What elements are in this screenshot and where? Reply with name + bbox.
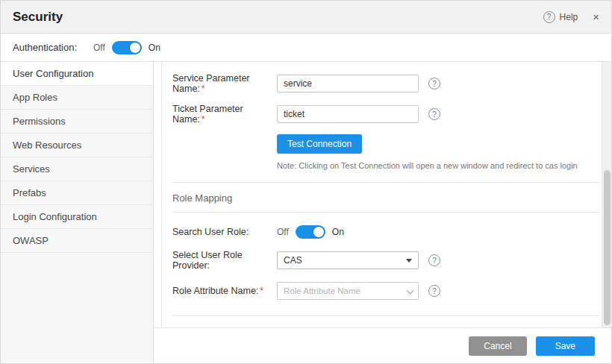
role-attribute-label: Role Attribute Name:* (172, 286, 277, 296)
help-label: Help (560, 12, 578, 22)
dialog-header: Security ? Help × (1, 1, 611, 34)
sidebar-item-web-resources[interactable]: Web Resources (1, 134, 153, 157)
help-button[interactable]: ? Help (543, 11, 578, 23)
search-user-role-on-label: On (332, 227, 344, 237)
service-parameter-row: Service Parameter Name:* ? (172, 73, 599, 94)
sidebar: User Configuration App Roles Permissions… (1, 62, 154, 363)
toggle-knob (313, 227, 324, 237)
footer-bar: Cancel Save (154, 327, 611, 363)
sidebar-item-login-configuration[interactable]: Login Configuration (1, 205, 153, 229)
caret-down-icon (406, 259, 412, 263)
help-icon: ? (543, 11, 555, 23)
authentication-bar: Authentication: Off On (1, 34, 611, 62)
role-attribute-input[interactable] (277, 282, 419, 300)
close-icon[interactable]: × (593, 11, 599, 22)
sidebar-item-app-roles[interactable]: App Roles (1, 86, 153, 110)
service-parameter-input[interactable] (277, 75, 419, 92)
sidebar-item-services[interactable]: Services (1, 157, 153, 181)
sidebar-item-permissions[interactable]: Permissions (1, 110, 153, 134)
content-panel: Service Parameter Name:* ? Ticket Parame… (161, 62, 599, 327)
role-mapping-title: Role Mapping (172, 183, 599, 213)
sidebar-item-owasp[interactable]: OWASP (1, 229, 153, 253)
sidebar-item-prefabs[interactable]: Prefabs (1, 181, 153, 205)
test-connection-button[interactable]: Test Connection (277, 134, 362, 154)
page-title: Security (13, 10, 63, 25)
ticket-parameter-label: Ticket Parameter Name:* (172, 104, 277, 125)
cancel-button[interactable]: Cancel (469, 336, 526, 356)
main-area: User Configuration App Roles Permissions… (1, 62, 611, 363)
save-button[interactable]: Save (536, 336, 595, 356)
test-connection-row: Test Connection (277, 134, 599, 154)
authentication-off-label: Off (93, 43, 105, 53)
required-asterisk: * (202, 114, 205, 125)
role-attribute-help-icon[interactable]: ? (428, 285, 440, 297)
role-provider-select[interactable]: CAS (277, 251, 419, 269)
role-attribute-combobox[interactable] (277, 282, 419, 300)
test-connection-note: Note: Clicking on Test Connection will o… (277, 161, 599, 179)
authentication-toggle[interactable] (112, 41, 142, 54)
service-help-icon[interactable]: ? (428, 78, 440, 90)
search-user-role-row: Search User Role: Off On (172, 225, 599, 239)
role-provider-row: Select User Role Provider: CAS ? (172, 250, 599, 271)
ticket-parameter-row: Ticket Parameter Name:* ? (172, 104, 599, 125)
service-parameter-label: Service Parameter Name:* (172, 73, 277, 94)
authentication-label: Authentication: (13, 42, 77, 53)
role-mapping-section: Search User Role: Off On Select User Rol… (172, 213, 599, 316)
cas-parameters-section: Service Parameter Name:* ? Ticket Parame… (172, 62, 599, 183)
ticket-help-icon[interactable]: ? (428, 108, 440, 120)
search-user-role-label: Search User Role: (172, 227, 277, 237)
search-user-role-toggle[interactable] (296, 225, 325, 239)
security-dialog: Security ? Help × Authentication: Off On… (0, 0, 612, 364)
role-provider-label: Select User Role Provider: (172, 250, 277, 271)
required-asterisk: * (260, 286, 263, 296)
role-provider-value: CAS (284, 255, 302, 266)
scrollbar-thumb[interactable] (604, 170, 611, 325)
role-provider-help-icon[interactable]: ? (428, 254, 440, 266)
required-asterisk: * (202, 84, 205, 94)
role-attribute-row: Role Attribute Name:* ? (172, 282, 599, 300)
toggle-knob (130, 43, 140, 53)
search-user-role-off-label: Off (277, 227, 289, 237)
vertical-scrollbar[interactable] (602, 62, 611, 327)
sidebar-item-user-configuration[interactable]: User Configuration (1, 62, 153, 86)
content-area: Service Parameter Name:* ? Ticket Parame… (154, 62, 611, 363)
authentication-on-label: On (149, 43, 160, 53)
ticket-parameter-input[interactable] (277, 105, 419, 123)
search-user-role-toggle-group: Off On (277, 225, 344, 239)
